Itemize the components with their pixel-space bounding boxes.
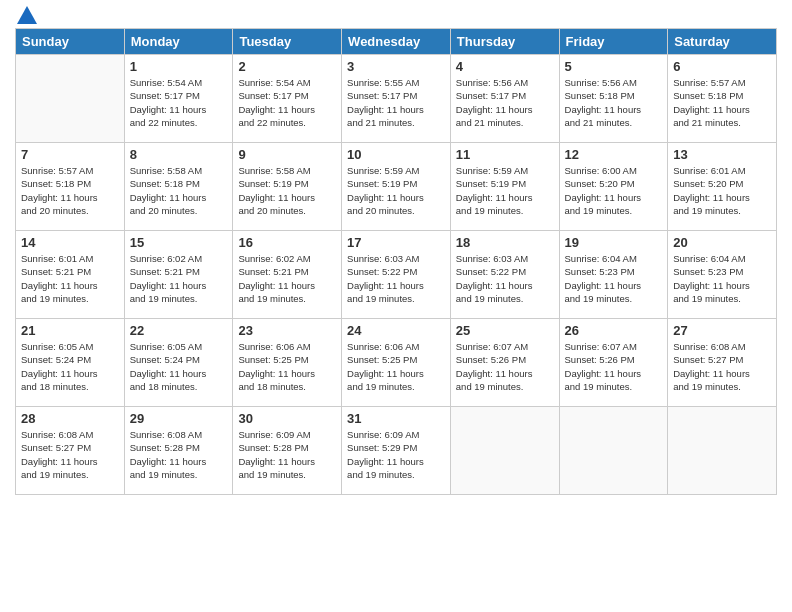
calendar-cell: 19Sunrise: 6:04 AM Sunset: 5:23 PM Dayli…: [559, 231, 668, 319]
calendar-cell: 25Sunrise: 6:07 AM Sunset: 5:26 PM Dayli…: [450, 319, 559, 407]
week-row-4: 21Sunrise: 6:05 AM Sunset: 5:24 PM Dayli…: [16, 319, 777, 407]
day-info: Sunrise: 5:55 AM Sunset: 5:17 PM Dayligh…: [347, 76, 445, 129]
calendar-cell: 14Sunrise: 6:01 AM Sunset: 5:21 PM Dayli…: [16, 231, 125, 319]
calendar-cell: 21Sunrise: 6:05 AM Sunset: 5:24 PM Dayli…: [16, 319, 125, 407]
day-info: Sunrise: 6:09 AM Sunset: 5:29 PM Dayligh…: [347, 428, 445, 481]
calendar-cell: [668, 407, 777, 495]
calendar-cell: 20Sunrise: 6:04 AM Sunset: 5:23 PM Dayli…: [668, 231, 777, 319]
day-info: Sunrise: 5:58 AM Sunset: 5:18 PM Dayligh…: [130, 164, 228, 217]
day-info: Sunrise: 5:59 AM Sunset: 5:19 PM Dayligh…: [347, 164, 445, 217]
calendar-cell: [16, 55, 125, 143]
week-row-5: 28Sunrise: 6:08 AM Sunset: 5:27 PM Dayli…: [16, 407, 777, 495]
calendar-table: SundayMondayTuesdayWednesdayThursdayFrid…: [15, 28, 777, 495]
day-number: 25: [456, 323, 554, 338]
calendar-cell: 30Sunrise: 6:09 AM Sunset: 5:28 PM Dayli…: [233, 407, 342, 495]
calendar-cell: 11Sunrise: 5:59 AM Sunset: 5:19 PM Dayli…: [450, 143, 559, 231]
day-info: Sunrise: 6:06 AM Sunset: 5:25 PM Dayligh…: [347, 340, 445, 393]
day-number: 2: [238, 59, 336, 74]
day-info: Sunrise: 5:59 AM Sunset: 5:19 PM Dayligh…: [456, 164, 554, 217]
day-number: 23: [238, 323, 336, 338]
logo-triangle-icon: [17, 6, 37, 24]
calendar-cell: 1Sunrise: 5:54 AM Sunset: 5:17 PM Daylig…: [124, 55, 233, 143]
calendar-cell: 27Sunrise: 6:08 AM Sunset: 5:27 PM Dayli…: [668, 319, 777, 407]
day-number: 13: [673, 147, 771, 162]
calendar-header-wednesday: Wednesday: [342, 29, 451, 55]
calendar-cell: 13Sunrise: 6:01 AM Sunset: 5:20 PM Dayli…: [668, 143, 777, 231]
day-info: Sunrise: 6:05 AM Sunset: 5:24 PM Dayligh…: [130, 340, 228, 393]
day-info: Sunrise: 6:04 AM Sunset: 5:23 PM Dayligh…: [673, 252, 771, 305]
week-row-1: 1Sunrise: 5:54 AM Sunset: 5:17 PM Daylig…: [16, 55, 777, 143]
calendar-header-tuesday: Tuesday: [233, 29, 342, 55]
day-number: 14: [21, 235, 119, 250]
calendar-cell: 4Sunrise: 5:56 AM Sunset: 5:17 PM Daylig…: [450, 55, 559, 143]
calendar-cell: 18Sunrise: 6:03 AM Sunset: 5:22 PM Dayli…: [450, 231, 559, 319]
day-number: 22: [130, 323, 228, 338]
day-number: 10: [347, 147, 445, 162]
day-info: Sunrise: 6:01 AM Sunset: 5:20 PM Dayligh…: [673, 164, 771, 217]
calendar-cell: [559, 407, 668, 495]
day-info: Sunrise: 6:08 AM Sunset: 5:27 PM Dayligh…: [21, 428, 119, 481]
week-row-2: 7Sunrise: 5:57 AM Sunset: 5:18 PM Daylig…: [16, 143, 777, 231]
calendar-header-saturday: Saturday: [668, 29, 777, 55]
day-info: Sunrise: 5:57 AM Sunset: 5:18 PM Dayligh…: [673, 76, 771, 129]
day-number: 12: [565, 147, 663, 162]
calendar-cell: 31Sunrise: 6:09 AM Sunset: 5:29 PM Dayli…: [342, 407, 451, 495]
day-number: 21: [21, 323, 119, 338]
day-number: 19: [565, 235, 663, 250]
calendar-cell: 22Sunrise: 6:05 AM Sunset: 5:24 PM Dayli…: [124, 319, 233, 407]
day-number: 27: [673, 323, 771, 338]
day-number: 3: [347, 59, 445, 74]
day-info: Sunrise: 6:09 AM Sunset: 5:28 PM Dayligh…: [238, 428, 336, 481]
day-info: Sunrise: 5:56 AM Sunset: 5:18 PM Dayligh…: [565, 76, 663, 129]
day-info: Sunrise: 6:07 AM Sunset: 5:26 PM Dayligh…: [456, 340, 554, 393]
day-info: Sunrise: 6:08 AM Sunset: 5:28 PM Dayligh…: [130, 428, 228, 481]
day-number: 8: [130, 147, 228, 162]
day-info: Sunrise: 5:57 AM Sunset: 5:18 PM Dayligh…: [21, 164, 119, 217]
calendar-cell: 6Sunrise: 5:57 AM Sunset: 5:18 PM Daylig…: [668, 55, 777, 143]
calendar-cell: 17Sunrise: 6:03 AM Sunset: 5:22 PM Dayli…: [342, 231, 451, 319]
calendar-cell: 3Sunrise: 5:55 AM Sunset: 5:17 PM Daylig…: [342, 55, 451, 143]
calendar-header-row: SundayMondayTuesdayWednesdayThursdayFrid…: [16, 29, 777, 55]
calendar-cell: 2Sunrise: 5:54 AM Sunset: 5:17 PM Daylig…: [233, 55, 342, 143]
day-number: 24: [347, 323, 445, 338]
day-info: Sunrise: 5:56 AM Sunset: 5:17 PM Dayligh…: [456, 76, 554, 129]
day-info: Sunrise: 6:06 AM Sunset: 5:25 PM Dayligh…: [238, 340, 336, 393]
calendar-cell: 23Sunrise: 6:06 AM Sunset: 5:25 PM Dayli…: [233, 319, 342, 407]
calendar-header-sunday: Sunday: [16, 29, 125, 55]
day-info: Sunrise: 6:01 AM Sunset: 5:21 PM Dayligh…: [21, 252, 119, 305]
calendar-header-monday: Monday: [124, 29, 233, 55]
day-number: 11: [456, 147, 554, 162]
week-row-3: 14Sunrise: 6:01 AM Sunset: 5:21 PM Dayli…: [16, 231, 777, 319]
day-info: Sunrise: 6:03 AM Sunset: 5:22 PM Dayligh…: [456, 252, 554, 305]
calendar-cell: 9Sunrise: 5:58 AM Sunset: 5:19 PM Daylig…: [233, 143, 342, 231]
day-number: 17: [347, 235, 445, 250]
calendar-header-friday: Friday: [559, 29, 668, 55]
day-number: 15: [130, 235, 228, 250]
calendar-cell: 28Sunrise: 6:08 AM Sunset: 5:27 PM Dayli…: [16, 407, 125, 495]
calendar-cell: 24Sunrise: 6:06 AM Sunset: 5:25 PM Dayli…: [342, 319, 451, 407]
page: SundayMondayTuesdayWednesdayThursdayFrid…: [0, 0, 792, 612]
calendar-cell: [450, 407, 559, 495]
day-number: 31: [347, 411, 445, 426]
day-number: 29: [130, 411, 228, 426]
calendar-cell: 12Sunrise: 6:00 AM Sunset: 5:20 PM Dayli…: [559, 143, 668, 231]
day-info: Sunrise: 6:05 AM Sunset: 5:24 PM Dayligh…: [21, 340, 119, 393]
calendar-cell: 5Sunrise: 5:56 AM Sunset: 5:18 PM Daylig…: [559, 55, 668, 143]
calendar-cell: 7Sunrise: 5:57 AM Sunset: 5:18 PM Daylig…: [16, 143, 125, 231]
day-number: 1: [130, 59, 228, 74]
day-number: 7: [21, 147, 119, 162]
day-number: 4: [456, 59, 554, 74]
logo: [15, 10, 37, 20]
day-info: Sunrise: 6:03 AM Sunset: 5:22 PM Dayligh…: [347, 252, 445, 305]
calendar-cell: 15Sunrise: 6:02 AM Sunset: 5:21 PM Dayli…: [124, 231, 233, 319]
day-number: 16: [238, 235, 336, 250]
calendar-cell: 16Sunrise: 6:02 AM Sunset: 5:21 PM Dayli…: [233, 231, 342, 319]
calendar-header-thursday: Thursday: [450, 29, 559, 55]
day-info: Sunrise: 6:07 AM Sunset: 5:26 PM Dayligh…: [565, 340, 663, 393]
day-number: 18: [456, 235, 554, 250]
calendar-cell: 26Sunrise: 6:07 AM Sunset: 5:26 PM Dayli…: [559, 319, 668, 407]
day-info: Sunrise: 6:04 AM Sunset: 5:23 PM Dayligh…: [565, 252, 663, 305]
day-info: Sunrise: 5:54 AM Sunset: 5:17 PM Dayligh…: [238, 76, 336, 129]
day-info: Sunrise: 6:02 AM Sunset: 5:21 PM Dayligh…: [238, 252, 336, 305]
day-info: Sunrise: 5:58 AM Sunset: 5:19 PM Dayligh…: [238, 164, 336, 217]
